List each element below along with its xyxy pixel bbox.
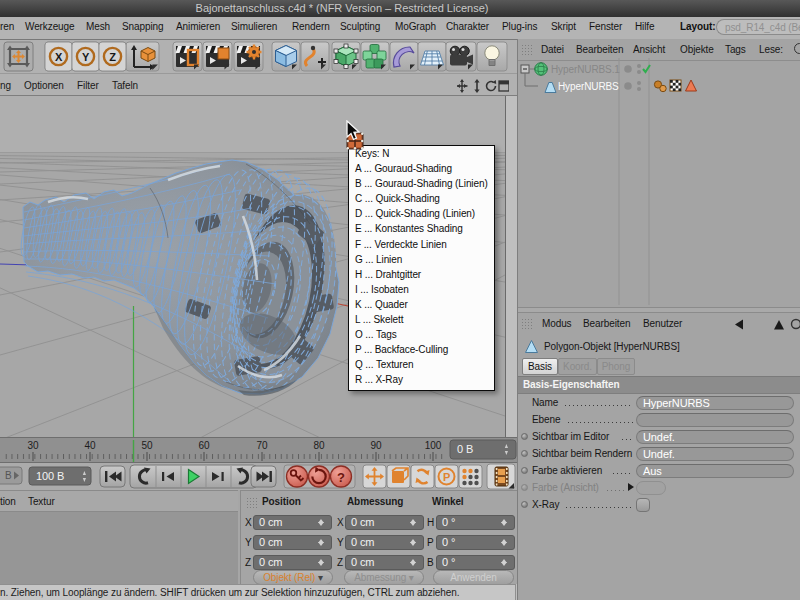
svg-text:B: B [5, 470, 12, 481]
svg-text:HyperNURBS: HyperNURBS [558, 81, 619, 92]
svg-text:X: X [55, 51, 63, 63]
svg-text:?: ? [337, 470, 345, 485]
svg-text:P: P [443, 471, 450, 483]
svg-text:Y: Y [82, 51, 90, 63]
svg-text:HyperNURBS.1: HyperNURBS.1 [551, 64, 620, 75]
svg-text:0 B: 0 B [457, 443, 473, 455]
svg-text:100 B: 100 B [36, 470, 64, 482]
svg-text:Z: Z [109, 51, 116, 63]
